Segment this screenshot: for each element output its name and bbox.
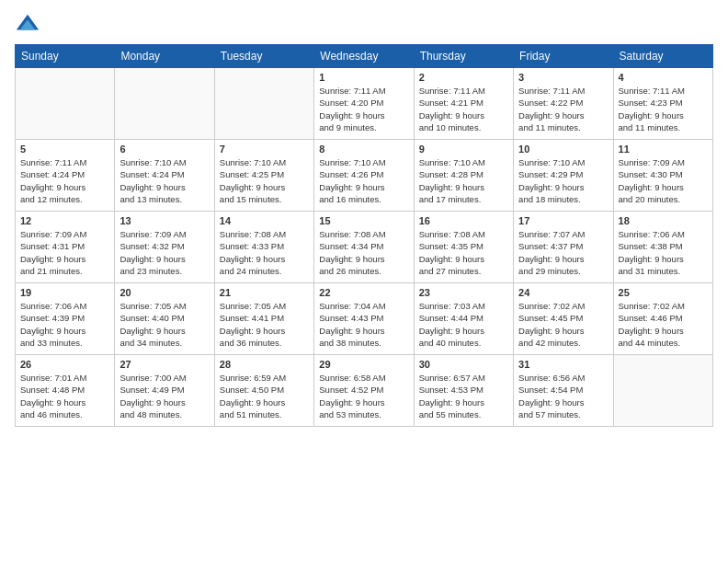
day-info: Sunrise: 7:05 AM Sunset: 4:41 PM Dayligh… — [220, 300, 309, 349]
calendar-cell: 18Sunrise: 7:06 AM Sunset: 4:38 PM Dayli… — [613, 212, 712, 283]
day-info: Sunrise: 7:09 AM Sunset: 4:31 PM Dayligh… — [20, 228, 109, 277]
day-info: Sunrise: 7:08 AM Sunset: 4:34 PM Dayligh… — [319, 228, 408, 277]
day-number: 7 — [220, 144, 309, 155]
day-info: Sunrise: 7:09 AM Sunset: 4:32 PM Dayligh… — [119, 228, 209, 277]
day-info: Sunrise: 7:11 AM Sunset: 4:22 PM Dayligh… — [518, 85, 608, 133]
day-number: 17 — [518, 215, 608, 226]
calendar-cell: 15Sunrise: 7:08 AM Sunset: 4:34 PM Dayli… — [314, 212, 414, 283]
day-info: Sunrise: 7:11 AM Sunset: 4:23 PM Dayligh… — [619, 85, 708, 133]
week-row-3: 12Sunrise: 7:09 AM Sunset: 4:31 PM Dayli… — [16, 212, 713, 283]
calendar-cell: 19Sunrise: 7:06 AM Sunset: 4:39 PM Dayli… — [16, 283, 115, 355]
calendar-cell: 4Sunrise: 7:11 AM Sunset: 4:23 PM Daylig… — [613, 68, 712, 140]
day-number: 1 — [319, 72, 408, 83]
calendar-cell: 22Sunrise: 7:04 AM Sunset: 4:43 PM Dayli… — [314, 283, 414, 355]
calendar-cell: 8Sunrise: 7:10 AM Sunset: 4:26 PM Daylig… — [314, 140, 414, 212]
day-number: 13 — [119, 215, 209, 226]
day-info: Sunrise: 7:05 AM Sunset: 4:40 PM Dayligh… — [119, 300, 209, 349]
week-row-4: 19Sunrise: 7:06 AM Sunset: 4:39 PM Dayli… — [16, 283, 713, 355]
header-day-thursday: Thursday — [414, 45, 513, 68]
day-info: Sunrise: 6:59 AM Sunset: 4:50 PM Dayligh… — [220, 372, 309, 420]
day-info: Sunrise: 7:10 AM Sunset: 4:25 PM Dayligh… — [220, 156, 309, 205]
day-info: Sunrise: 6:57 AM Sunset: 4:53 PM Dayligh… — [419, 372, 508, 420]
header-day-tuesday: Tuesday — [214, 45, 313, 68]
day-number: 4 — [619, 72, 708, 83]
day-number: 11 — [619, 144, 708, 155]
day-info: Sunrise: 7:01 AM Sunset: 4:48 PM Dayligh… — [20, 372, 109, 420]
day-number: 21 — [220, 287, 309, 298]
calendar-cell — [214, 68, 313, 140]
logo-icon — [15, 11, 40, 37]
calendar-cell — [115, 68, 214, 140]
header-day-friday: Friday — [514, 45, 613, 68]
calendar-cell: 26Sunrise: 7:01 AM Sunset: 4:48 PM Dayli… — [16, 355, 115, 427]
day-number: 31 — [518, 359, 608, 370]
calendar-cell: 28Sunrise: 6:59 AM Sunset: 4:50 PM Dayli… — [214, 355, 313, 427]
calendar-cell: 5Sunrise: 7:11 AM Sunset: 4:24 PM Daylig… — [16, 140, 115, 212]
day-number: 9 — [419, 144, 508, 155]
header-day-saturday: Saturday — [613, 45, 712, 68]
calendar-cell: 7Sunrise: 7:10 AM Sunset: 4:25 PM Daylig… — [214, 140, 313, 212]
day-info: Sunrise: 7:11 AM Sunset: 4:21 PM Dayligh… — [419, 85, 508, 133]
day-number: 24 — [518, 287, 608, 298]
logo — [15, 11, 44, 37]
day-number: 23 — [419, 287, 508, 298]
calendar-cell: 20Sunrise: 7:05 AM Sunset: 4:40 PM Dayli… — [115, 283, 214, 355]
day-number: 30 — [419, 359, 508, 370]
calendar: SundayMondayTuesdayWednesdayThursdayFrid… — [15, 44, 713, 427]
day-number: 18 — [619, 215, 708, 226]
day-number: 12 — [20, 215, 109, 226]
day-info: Sunrise: 7:03 AM Sunset: 4:44 PM Dayligh… — [419, 300, 508, 349]
day-info: Sunrise: 7:06 AM Sunset: 4:38 PM Dayligh… — [619, 228, 708, 277]
calendar-cell — [16, 68, 115, 140]
day-number: 6 — [119, 144, 209, 155]
day-number: 16 — [419, 215, 508, 226]
week-row-1: 1Sunrise: 7:11 AM Sunset: 4:20 PM Daylig… — [16, 68, 713, 140]
calendar-cell: 23Sunrise: 7:03 AM Sunset: 4:44 PM Dayli… — [414, 283, 513, 355]
day-number: 3 — [518, 72, 608, 83]
calendar-cell: 10Sunrise: 7:10 AM Sunset: 4:29 PM Dayli… — [514, 140, 613, 212]
day-number: 25 — [619, 287, 708, 298]
week-row-2: 5Sunrise: 7:11 AM Sunset: 4:24 PM Daylig… — [16, 140, 713, 212]
day-info: Sunrise: 7:08 AM Sunset: 4:35 PM Dayligh… — [419, 228, 508, 277]
day-info: Sunrise: 7:10 AM Sunset: 4:24 PM Dayligh… — [119, 156, 209, 205]
calendar-cell: 16Sunrise: 7:08 AM Sunset: 4:35 PM Dayli… — [414, 212, 513, 283]
day-number: 20 — [119, 287, 209, 298]
calendar-cell: 11Sunrise: 7:09 AM Sunset: 4:30 PM Dayli… — [613, 140, 712, 212]
day-info: Sunrise: 7:07 AM Sunset: 4:37 PM Dayligh… — [518, 228, 608, 277]
calendar-cell: 12Sunrise: 7:09 AM Sunset: 4:31 PM Dayli… — [16, 212, 115, 283]
day-info: Sunrise: 7:09 AM Sunset: 4:30 PM Dayligh… — [619, 156, 708, 205]
day-info: Sunrise: 7:08 AM Sunset: 4:33 PM Dayligh… — [220, 228, 309, 277]
calendar-cell: 30Sunrise: 6:57 AM Sunset: 4:53 PM Dayli… — [414, 355, 513, 427]
day-info: Sunrise: 7:10 AM Sunset: 4:28 PM Dayligh… — [419, 156, 508, 205]
day-number: 29 — [319, 359, 408, 370]
calendar-cell — [613, 355, 712, 427]
day-number: 22 — [319, 287, 408, 298]
calendar-cell: 27Sunrise: 7:00 AM Sunset: 4:49 PM Dayli… — [115, 355, 214, 427]
day-number: 5 — [20, 144, 109, 155]
calendar-cell: 29Sunrise: 6:58 AM Sunset: 4:52 PM Dayli… — [314, 355, 414, 427]
calendar-cell: 3Sunrise: 7:11 AM Sunset: 4:22 PM Daylig… — [514, 68, 613, 140]
calendar-cell: 17Sunrise: 7:07 AM Sunset: 4:37 PM Dayli… — [514, 212, 613, 283]
day-number: 10 — [518, 144, 608, 155]
day-info: Sunrise: 7:11 AM Sunset: 4:20 PM Dayligh… — [319, 85, 408, 133]
day-number: 26 — [20, 359, 109, 370]
day-info: Sunrise: 7:06 AM Sunset: 4:39 PM Dayligh… — [20, 300, 109, 349]
calendar-cell: 25Sunrise: 7:02 AM Sunset: 4:46 PM Dayli… — [613, 283, 712, 355]
calendar-cell: 9Sunrise: 7:10 AM Sunset: 4:28 PM Daylig… — [414, 140, 513, 212]
calendar-cell: 21Sunrise: 7:05 AM Sunset: 4:41 PM Dayli… — [214, 283, 313, 355]
day-info: Sunrise: 6:58 AM Sunset: 4:52 PM Dayligh… — [319, 372, 408, 420]
day-info: Sunrise: 6:56 AM Sunset: 4:54 PM Dayligh… — [518, 372, 608, 420]
calendar-cell: 6Sunrise: 7:10 AM Sunset: 4:24 PM Daylig… — [115, 140, 214, 212]
day-number: 27 — [119, 359, 209, 370]
calendar-cell: 14Sunrise: 7:08 AM Sunset: 4:33 PM Dayli… — [214, 212, 313, 283]
page: SundayMondayTuesdayWednesdayThursdayFrid… — [0, 0, 728, 563]
day-info: Sunrise: 7:02 AM Sunset: 4:45 PM Dayligh… — [518, 300, 608, 349]
calendar-cell: 24Sunrise: 7:02 AM Sunset: 4:45 PM Dayli… — [514, 283, 613, 355]
day-number: 28 — [220, 359, 309, 370]
day-number: 15 — [319, 215, 408, 226]
day-info: Sunrise: 7:02 AM Sunset: 4:46 PM Dayligh… — [619, 300, 708, 349]
day-info: Sunrise: 7:10 AM Sunset: 4:29 PM Dayligh… — [518, 156, 608, 205]
day-number: 2 — [419, 72, 508, 83]
header-day-monday: Monday — [115, 45, 214, 68]
calendar-cell: 13Sunrise: 7:09 AM Sunset: 4:32 PM Dayli… — [115, 212, 214, 283]
